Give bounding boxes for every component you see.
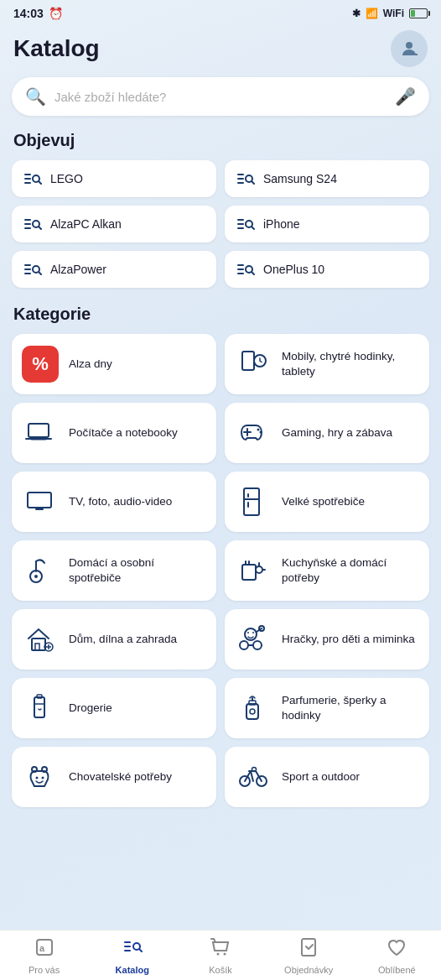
toy-icon — [235, 621, 272, 658]
category-label: Domácí a osobní spotřebiče — [69, 555, 206, 585]
category-label: Chovatelské potřeby — [69, 769, 172, 785]
kitchen-icon — [235, 552, 272, 589]
nav-item-oblibene[interactable]: Oblíbené — [371, 937, 422, 975]
categories-grid: % Alza dny Mobily, chytré hodinky, table… — [0, 334, 441, 824]
svg-point-61 — [240, 641, 248, 649]
svg-rect-53 — [35, 644, 39, 650]
category-label: Velké spotřebiče — [282, 494, 365, 509]
nav-item-katalog[interactable]: Katalog — [107, 937, 158, 975]
nav-item-objednavky[interactable]: Objednávky — [283, 937, 334, 975]
category-item-velke-spotrebice[interactable]: Velké spotřebiče — [225, 472, 429, 532]
category-item-pocitace[interactable]: Počítače a notebooky — [12, 403, 216, 463]
svg-line-83 — [139, 949, 142, 951]
discover-item-label: LEGO — [50, 172, 83, 185]
category-item-kuchynske[interactable]: Kuchyňské a domácí potřeby — [225, 540, 429, 601]
oblibene-icon — [387, 937, 407, 962]
svg-point-40 — [260, 431, 262, 434]
katalog-icon — [122, 937, 143, 962]
category-item-alza-dny[interactable]: % Alza dny — [12, 334, 216, 394]
category-item-parfumerie[interactable]: Parfumerie, šperky a hodinky — [225, 678, 429, 738]
discover-section-title: Objevuj — [0, 131, 441, 160]
list-item[interactable]: Samsung S24 — [225, 160, 429, 197]
mobile-icon — [235, 346, 272, 383]
svg-rect-52 — [32, 639, 45, 650]
categories-section-title: Kategorie — [0, 305, 441, 334]
svg-point-71 — [36, 777, 39, 779]
gamepad-icon — [235, 414, 272, 451]
category-label: Sport a outdoor — [282, 769, 360, 785]
search-bar[interactable]: 🔍 Jaké zboží hledáte? 🎤 — [12, 77, 429, 116]
category-item-tv[interactable]: TV, foto, audio-video — [12, 472, 216, 532]
percent-icon: % — [22, 346, 59, 383]
laptop-icon — [22, 414, 59, 451]
category-item-dum[interactable]: Dům, dílna a zahrada — [12, 609, 216, 670]
cycling-icon — [235, 758, 272, 795]
time-display: 14:03 — [13, 7, 44, 20]
category-label: Dům, dílna a zahrada — [69, 632, 177, 647]
vacuum-icon — [22, 552, 59, 589]
status-bar: 14:03 ⏰ ✱ 📶 WiFi — [0, 0, 441, 23]
list-item[interactable]: AlzaPC Alkan — [12, 206, 216, 242]
search-history-icon — [23, 216, 42, 232]
nav-label-oblibene: Oblíbené — [378, 965, 416, 975]
perfume-icon — [235, 690, 272, 727]
kosik-icon — [210, 937, 231, 962]
tv-icon — [22, 483, 59, 520]
list-item[interactable]: LEGO — [12, 160, 216, 197]
category-label: Kuchyňské a domácí potřeby — [282, 555, 419, 585]
discover-item-label: AlzaPC Alkan — [50, 217, 122, 231]
list-item[interactable]: AlzaPower — [12, 251, 216, 288]
category-item-domaci-spotrebice[interactable]: Domácí a osobní spotřebiče — [12, 540, 216, 601]
category-item-gaming[interactable]: Gaming, hry a zábava — [225, 403, 429, 463]
svg-point-84 — [216, 953, 219, 956]
category-label: TV, foto, audio-video — [69, 494, 172, 509]
search-placeholder: Jaké zboží hledáte? — [54, 90, 387, 104]
nav-item-pro-vas[interactable]: a Pro vás — [19, 937, 70, 975]
bluetooth-icon: ✱ — [352, 8, 361, 19]
avatar-button[interactable] — [391, 30, 428, 67]
discover-item-label: OnePlus 10 — [263, 263, 324, 276]
discover-item-label: AlzaPower — [50, 263, 106, 276]
discover-grid: LEGO Samsung S24 — [0, 160, 441, 305]
user-icon — [399, 39, 419, 59]
pet-icon — [22, 758, 59, 795]
nav-item-kosik[interactable]: Košík — [195, 937, 246, 975]
category-item-mobily[interactable]: Mobily, chytré hodinky, tablety — [225, 334, 429, 394]
search-history-icon — [236, 171, 255, 186]
svg-point-62 — [253, 641, 262, 649]
svg-line-16 — [39, 227, 41, 229]
search-history-icon — [23, 171, 42, 186]
page-title: Katalog — [13, 35, 100, 62]
search-history-icon — [236, 216, 255, 232]
svg-rect-66 — [246, 704, 258, 719]
svg-line-21 — [252, 227, 254, 229]
soap-icon — [22, 690, 59, 727]
discover-item-label: Samsung S24 — [263, 172, 337, 185]
svg-text:a: a — [39, 943, 45, 953]
category-item-drogerie[interactable]: Drogerie — [12, 678, 216, 738]
alarm-icon: ⏰ — [49, 7, 63, 20]
list-item[interactable]: iPhone — [225, 206, 429, 242]
category-item-sport[interactable]: Sport a outdoor — [225, 747, 429, 807]
category-label: Alza dny — [69, 357, 112, 372]
list-item[interactable]: OnePlus 10 — [225, 251, 429, 288]
battery-icon — [409, 8, 428, 18]
signal-icon: 📶 — [366, 8, 378, 19]
svg-point-68 — [250, 709, 255, 714]
search-icon: 🔍 — [25, 86, 46, 107]
nav-bar: a Pro vás Katalog — [0, 930, 441, 980]
svg-line-31 — [252, 272, 254, 274]
category-item-hracky[interactable]: Hračky, pro děti a miminka — [225, 609, 429, 670]
fridge-icon — [235, 483, 272, 520]
status-left: 14:03 ⏰ — [13, 7, 63, 20]
svg-line-11 — [252, 181, 254, 184]
svg-point-59 — [252, 632, 254, 633]
category-item-chovatelske[interactable]: Chovatelské potřeby — [12, 747, 216, 807]
status-right: ✱ 📶 WiFi — [352, 8, 428, 19]
svg-point-39 — [257, 429, 260, 431]
category-label: Gaming, hry a zábava — [282, 425, 392, 440]
category-label: Hračky, pro děti a miminka — [282, 632, 415, 647]
microphone-icon[interactable]: 🎤 — [395, 86, 416, 107]
svg-point-85 — [223, 953, 226, 956]
nav-label-objednavky: Objednávky — [284, 965, 333, 975]
